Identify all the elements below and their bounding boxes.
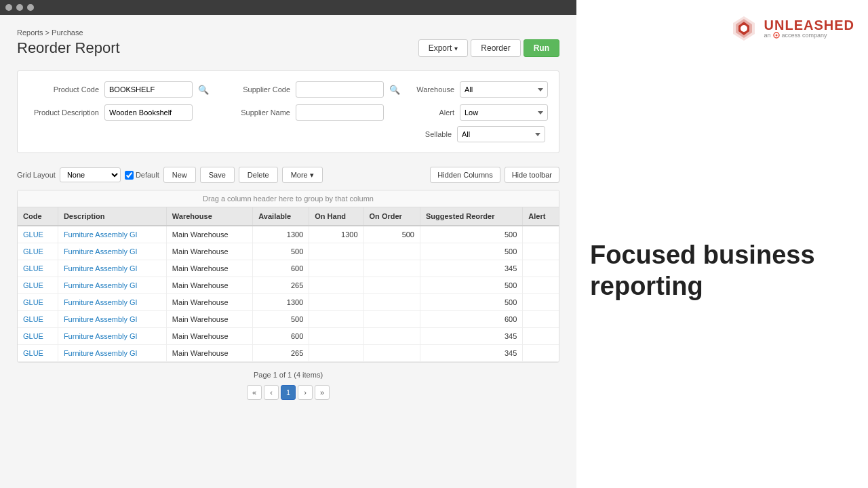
promo-text: Focused business reporting bbox=[590, 186, 854, 302]
row-description[interactable]: Furniture Assembly Gl bbox=[64, 315, 137, 323]
logo-area: UNLEASHED an access company bbox=[729, 14, 854, 43]
page-first-button[interactable]: « bbox=[247, 385, 262, 400]
export-button[interactable]: Export ▾ bbox=[418, 39, 469, 57]
table-row: GLUE Furniture Assembly Gl Main Warehous… bbox=[18, 277, 559, 294]
logo-text-area: UNLEASHED an access company bbox=[764, 18, 854, 39]
row-code[interactable]: GLUE bbox=[23, 230, 43, 239]
row-description[interactable]: Furniture Assembly Gl bbox=[64, 264, 137, 272]
warehouse-row: Warehouse All bbox=[414, 81, 548, 98]
delete-button[interactable]: Delete bbox=[239, 167, 278, 183]
col-on-order[interactable]: On Order bbox=[363, 207, 420, 226]
new-button[interactable]: New bbox=[163, 167, 196, 183]
run-button[interactable]: Run bbox=[524, 39, 559, 57]
row-on-order bbox=[363, 311, 420, 328]
sellable-row: Sellable All Yes No bbox=[411, 126, 545, 142]
row-code[interactable]: GLUE bbox=[23, 264, 43, 272]
product-code-search-icon[interactable]: 🔍 bbox=[198, 85, 209, 95]
default-checkbox[interactable] bbox=[125, 171, 134, 180]
sellable-select[interactable]: All Yes No bbox=[457, 126, 545, 142]
row-suggested-reorder: 500 bbox=[420, 294, 522, 311]
row-on-hand bbox=[309, 345, 363, 362]
page-next-button[interactable]: › bbox=[298, 385, 313, 400]
row-code[interactable]: GLUE bbox=[23, 247, 43, 256]
breadcrumb-reports[interactable]: Reports bbox=[17, 28, 43, 37]
hide-toolbar-button[interactable]: Hide toolbar bbox=[505, 167, 559, 183]
row-code[interactable]: GLUE bbox=[23, 298, 43, 306]
svg-point-5 bbox=[775, 35, 777, 37]
product-desc-input[interactable] bbox=[104, 104, 193, 121]
row-available: 500 bbox=[253, 311, 309, 328]
supplier-code-input[interactable] bbox=[296, 81, 384, 98]
row-on-hand bbox=[309, 328, 363, 345]
row-available: 600 bbox=[253, 260, 309, 277]
row-description[interactable]: Furniture Assembly Gl bbox=[64, 332, 137, 340]
row-alert bbox=[523, 243, 559, 260]
warehouse-select[interactable]: All bbox=[460, 81, 548, 98]
row-available: 265 bbox=[253, 277, 309, 294]
product-code-row: Product Code 🔍 bbox=[31, 81, 209, 98]
product-code-input[interactable] bbox=[104, 81, 193, 98]
breadcrumb-separator: > bbox=[45, 28, 52, 37]
row-description[interactable]: Furniture Assembly Gl bbox=[64, 281, 137, 289]
title-bar bbox=[0, 0, 576, 15]
table-row: GLUE Furniture Assembly Gl Main Warehous… bbox=[18, 260, 559, 277]
page-prev-button[interactable]: ‹ bbox=[264, 385, 279, 400]
row-suggested-reorder: 345 bbox=[420, 345, 522, 362]
col-suggested-reorder[interactable]: Suggested Reorder bbox=[420, 207, 522, 226]
table-row: GLUE Furniture Assembly Gl Main Warehous… bbox=[18, 311, 559, 328]
row-on-order bbox=[363, 294, 420, 311]
supplier-code-search-icon[interactable]: 🔍 bbox=[389, 85, 400, 95]
col-available[interactable]: Available bbox=[253, 207, 309, 226]
row-on-hand bbox=[309, 294, 363, 311]
grid-layout-label: Grid Layout bbox=[17, 171, 56, 179]
more-arrow-icon: ▾ bbox=[310, 171, 314, 180]
grid-layout-select[interactable]: None bbox=[60, 167, 121, 182]
row-description[interactable]: Furniture Assembly Gl bbox=[64, 298, 137, 306]
logo-sub-text: an access company bbox=[764, 32, 854, 39]
row-on-hand bbox=[309, 243, 363, 260]
window-dot-3 bbox=[27, 4, 34, 11]
supplier-name-input[interactable] bbox=[296, 104, 384, 121]
save-button[interactable]: Save bbox=[200, 167, 235, 183]
supplier-code-label: Supplier Code bbox=[222, 85, 290, 94]
product-desc-label: Product Description bbox=[31, 108, 99, 117]
col-description[interactable]: Description bbox=[58, 207, 166, 226]
page-header: Reorder Report Export ▾ Reorder Run bbox=[17, 39, 559, 57]
reorder-button[interactable]: Reorder bbox=[471, 39, 520, 57]
row-available: 500 bbox=[253, 243, 309, 260]
promo-line-1: Focused business bbox=[590, 241, 815, 269]
reorder-table: Code Description Warehouse Available On … bbox=[18, 207, 559, 362]
row-description[interactable]: Furniture Assembly Gl bbox=[64, 247, 137, 256]
filter-area: Product Code 🔍 Supplier Code 🔍 Warehouse… bbox=[17, 70, 559, 153]
row-on-hand: 1300 bbox=[309, 226, 363, 243]
row-warehouse: Main Warehouse bbox=[166, 345, 252, 362]
more-button[interactable]: More ▾ bbox=[282, 167, 323, 183]
hidden-columns-button[interactable]: Hidden Columns bbox=[430, 167, 500, 183]
right-panel: UNLEASHED an access company Focused busi… bbox=[576, 0, 868, 488]
table-row: GLUE Furniture Assembly Gl Main Warehous… bbox=[18, 226, 559, 243]
row-on-order: 500 bbox=[363, 226, 420, 243]
row-description[interactable]: Furniture Assembly Gl bbox=[64, 230, 137, 239]
row-code[interactable]: GLUE bbox=[23, 281, 43, 289]
sellable-label: Sellable bbox=[411, 130, 452, 138]
alert-select[interactable]: Low Medium High All bbox=[460, 104, 548, 121]
export-dropdown-arrow: ▾ bbox=[454, 45, 458, 52]
page-last-button[interactable]: » bbox=[315, 385, 330, 400]
breadcrumb-purchase[interactable]: Purchase bbox=[52, 28, 83, 37]
row-on-order bbox=[363, 277, 420, 294]
row-alert bbox=[523, 345, 559, 362]
row-code[interactable]: GLUE bbox=[23, 315, 43, 323]
row-description[interactable]: Furniture Assembly Gl bbox=[64, 349, 137, 357]
page-1-button[interactable]: 1 bbox=[281, 385, 296, 400]
col-alert[interactable]: Alert bbox=[523, 207, 559, 226]
row-code[interactable]: GLUE bbox=[23, 332, 43, 340]
col-warehouse[interactable]: Warehouse bbox=[166, 207, 252, 226]
row-suggested-reorder: 500 bbox=[420, 226, 522, 243]
default-checkbox-label[interactable]: Default bbox=[125, 171, 159, 180]
col-on-hand[interactable]: On Hand bbox=[309, 207, 363, 226]
row-alert bbox=[523, 277, 559, 294]
row-code[interactable]: GLUE bbox=[23, 349, 43, 357]
col-code[interactable]: Code bbox=[18, 207, 58, 226]
page-title: Reorder Report bbox=[17, 39, 120, 57]
row-suggested-reorder: 345 bbox=[420, 328, 522, 345]
